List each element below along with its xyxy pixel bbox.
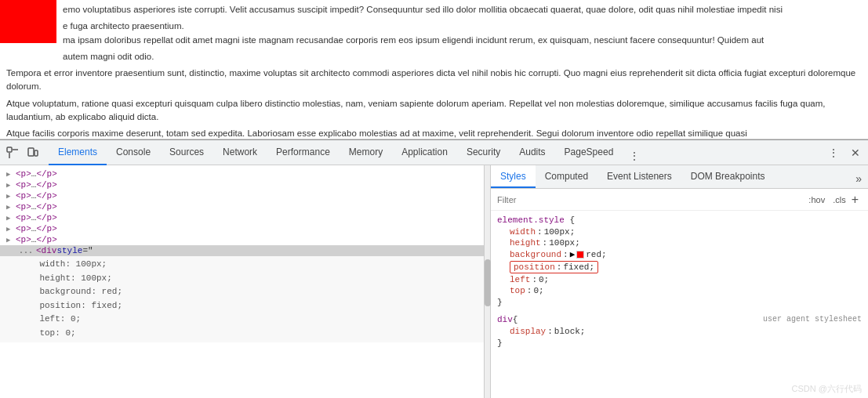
text-line-5: Tempora et error inventore praesentium s…	[6, 67, 862, 94]
tab-network[interactable]: Network	[213, 140, 267, 165]
scrollbar-thumb	[485, 259, 491, 306]
text-line-6: Atque voluptatum, ratione quasi exceptur…	[6, 97, 862, 125]
triangle-icon: ▶	[6, 203, 14, 212]
styles-tabs: Styles Computed Event Listeners DOM Brea…	[491, 165, 868, 189]
triangle-icon: ▶	[6, 236, 14, 244]
triangle-icon: ▶	[6, 225, 14, 233]
element-row-p1[interactable]: ▶ <p>…</p>	[0, 168, 484, 179]
settings-button[interactable]: ⋮	[824, 143, 843, 162]
element-row-div[interactable]: ... <div style="	[0, 245, 484, 256]
filter-pseudo-buttons: :hov .cls	[806, 194, 848, 205]
tab-audits[interactable]: Audits	[510, 140, 554, 165]
text-line-1: emo voluptatibus asperiores iste corrupt…	[63, 3, 862, 16]
css-prop-left: left : 0;	[491, 274, 868, 285]
tab-console[interactable]: Console	[107, 140, 160, 165]
element-row-p5[interactable]: ▶ <p>…</p>	[0, 212, 484, 223]
tab-overflow-button[interactable]: ⋮	[623, 147, 646, 165]
style-tab-styles[interactable]: Styles	[491, 165, 536, 188]
close-devtools-button[interactable]: ✕	[846, 143, 865, 162]
div-rule: div { user agent stylesheet	[491, 313, 868, 326]
cls-button[interactable]: .cls	[830, 194, 848, 205]
triangle-icon: ▶	[6, 181, 14, 190]
tab-sources[interactable]: Sources	[160, 140, 213, 165]
style-tab-computed[interactable]: Computed	[536, 165, 597, 188]
element-style-selector: element.style {	[497, 215, 862, 225]
devtools-tab-nav: Elements Console Sources Network Perform…	[49, 140, 824, 165]
csdn-watermark: CSDN @六行代码	[792, 383, 862, 395]
device-toggle-button[interactable]	[24, 143, 42, 162]
text-line-7: Atque facilis corporis maxime deserunt, …	[6, 127, 862, 139]
element-row-p7[interactable]: ▶ <p>…</p>	[0, 234, 484, 245]
element-row-p4[interactable]: ▶ <p>…</p>	[0, 201, 484, 212]
tab-application[interactable]: Application	[392, 140, 457, 165]
filter-bar: :hov .cls +	[491, 189, 868, 211]
css-prop-display: display : block;	[491, 326, 868, 337]
position-highlight: position : fixed;	[510, 261, 598, 273]
text-line-3: ma ipsam doloribus repellat odit amet ma…	[63, 34, 862, 47]
element-row-p3[interactable]: ▶ <p>…</p>	[0, 190, 484, 201]
svg-rect-2	[35, 150, 38, 156]
element-style-rule: element.style {	[491, 214, 868, 226]
color-swatch-red[interactable]	[576, 251, 584, 259]
text-line-4: autem magni odit odio.	[63, 50, 862, 63]
div-code-block: width: 100px; height: 100px; background:…	[0, 256, 484, 342]
text-overlay: emo voluptatibus asperiores iste corrupt…	[63, 3, 862, 34]
css-prop-width: width : 100px;	[491, 226, 868, 237]
element-style-close: }	[491, 296, 868, 309]
dots-prefix: ...	[19, 247, 33, 255]
element-row-p2[interactable]: ▶ <p>…</p>	[0, 179, 484, 190]
style-tab-event-listeners[interactable]: Event Listeners	[597, 165, 681, 188]
page-content: emo voluptatibus asperiores iste corrupt…	[0, 0, 868, 139]
css-prop-position: position : fixed;	[491, 260, 868, 274]
style-tab-dom-breakpoints[interactable]: DOM Breakpoints	[681, 165, 775, 188]
add-style-button[interactable]: +	[848, 193, 862, 207]
devtools-toolbar: Elements Console Sources Network Perform…	[0, 140, 868, 165]
devtools-panel: Elements Console Sources Network Perform…	[0, 139, 868, 398]
hov-button[interactable]: :hov	[806, 194, 827, 205]
svg-rect-0	[7, 147, 12, 152]
devtools-panels: ▶ <p>…</p> ▶ <p>…</p> ▶ <p>…</p> ▶ <p>…<…	[0, 165, 868, 398]
tab-memory[interactable]: Memory	[340, 140, 392, 165]
svg-rect-1	[28, 148, 34, 156]
filter-input[interactable]	[497, 195, 806, 204]
style-tab-overflow[interactable]: »	[849, 169, 868, 188]
text-overlay-2: ma ipsam doloribus repellat odit amet ma…	[63, 34, 862, 64]
css-prop-background: background : ▶ red;	[491, 248, 868, 260]
element-row-p6[interactable]: ▶ <p>…</p>	[0, 223, 484, 234]
styles-content: element.style { width : 100px; height : …	[491, 211, 868, 398]
div-rule-close: }	[491, 337, 868, 349]
div-rule-header: div { user agent stylesheet	[497, 315, 862, 324]
styles-panel: Styles Computed Event Listeners DOM Brea…	[491, 165, 868, 398]
elements-scrollbar[interactable]	[485, 165, 491, 398]
inspect-element-button[interactable]	[3, 143, 22, 162]
tab-pagespeed[interactable]: PageSpeed	[555, 140, 623, 165]
triangle-icon: ▶	[6, 214, 14, 223]
tab-security[interactable]: Security	[457, 140, 510, 165]
red-box-element	[0, 0, 56, 43]
user-agent-label: user agent stylesheet	[763, 315, 862, 324]
elements-panel[interactable]: ▶ <p>…</p> ▶ <p>…</p> ▶ <p>…</p> ▶ <p>…<…	[0, 165, 485, 398]
triangle-icon: ▶	[6, 170, 14, 179]
triangle-icon: ▶	[6, 192, 14, 201]
tab-elements[interactable]: Elements	[49, 140, 107, 165]
tool-icons	[3, 143, 42, 162]
tab-performance[interactable]: Performance	[267, 140, 340, 165]
toolbar-right: ⋮ ✕	[824, 143, 865, 162]
css-prop-height: height : 100px;	[491, 237, 868, 248]
text-line-2: e fuga architecto praesentium.	[63, 20, 862, 33]
css-prop-top: top : 0;	[491, 285, 868, 296]
